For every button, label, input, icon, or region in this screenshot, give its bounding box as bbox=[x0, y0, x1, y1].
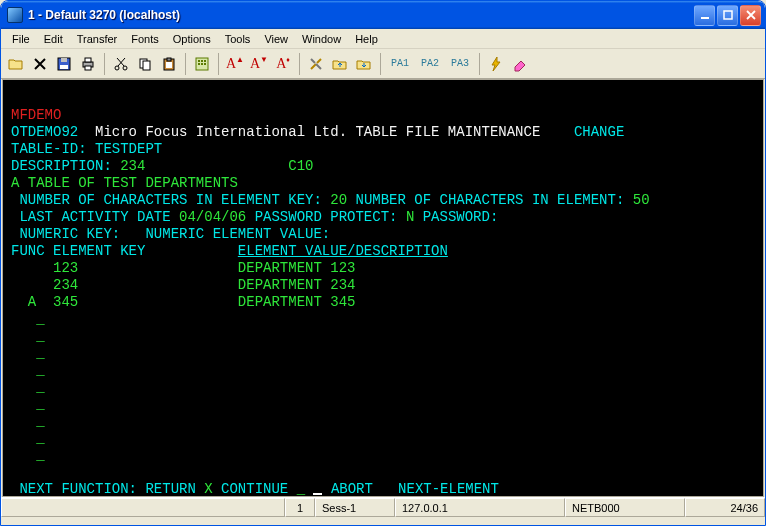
open-button[interactable] bbox=[5, 53, 27, 75]
password-label: PASSWORD: bbox=[414, 209, 498, 225]
menu-window[interactable]: Window bbox=[295, 31, 348, 47]
svg-rect-14 bbox=[166, 62, 172, 68]
empty-row: _ bbox=[11, 447, 45, 463]
svg-rect-21 bbox=[204, 63, 206, 65]
pwd-protect-label: PASSWORD PROTECT: bbox=[246, 209, 406, 225]
svg-rect-6 bbox=[85, 58, 91, 62]
clipboard-icon bbox=[161, 56, 177, 72]
menu-help[interactable]: Help bbox=[348, 31, 385, 47]
menu-options[interactable]: Options bbox=[166, 31, 218, 47]
print-button[interactable] bbox=[77, 53, 99, 75]
menu-fonts[interactable]: Fonts bbox=[124, 31, 166, 47]
keypad-button[interactable] bbox=[191, 53, 213, 75]
disconnect-button[interactable] bbox=[29, 53, 51, 75]
tools-button[interactable] bbox=[305, 53, 327, 75]
menu-tools[interactable]: Tools bbox=[218, 31, 258, 47]
maximize-button[interactable] bbox=[717, 5, 738, 26]
status-net: NETB000 bbox=[565, 498, 685, 517]
tools-icon bbox=[308, 56, 324, 72]
font-auto-button[interactable]: A♦ bbox=[272, 53, 294, 75]
menu-edit[interactable]: Edit bbox=[37, 31, 70, 47]
col-header-a: FUNC ELEMENT KEY bbox=[11, 243, 238, 259]
folder-down-icon bbox=[356, 56, 372, 72]
col-header-b: ELEMENT VALUE/DESCRIPTION bbox=[238, 243, 448, 259]
table-id-value: TESTDEPT bbox=[95, 141, 162, 157]
toolbar-separator bbox=[185, 53, 186, 75]
last-activity-value: 04/04/06 bbox=[179, 209, 246, 225]
nextfn-continue: CONTINUE bbox=[221, 481, 297, 497]
pa2-button[interactable]: PA2 bbox=[416, 55, 444, 73]
svg-rect-4 bbox=[60, 65, 68, 69]
numchars-elem-label: NUMBER OF CHARACTERS IN ELEMENT: bbox=[347, 192, 633, 208]
font-smaller-button[interactable]: A▼ bbox=[248, 53, 270, 75]
empty-row: _ bbox=[11, 328, 45, 344]
transfer-recv-button[interactable] bbox=[353, 53, 375, 75]
save-button[interactable] bbox=[53, 53, 75, 75]
numchars-key-value: 20 bbox=[330, 192, 347, 208]
numchars-elem-value: 50 bbox=[633, 192, 650, 208]
svg-rect-20 bbox=[201, 63, 203, 65]
window-title: 1 - Default 3270 (localhost) bbox=[28, 8, 694, 22]
attn-button[interactable] bbox=[485, 53, 507, 75]
svg-rect-13 bbox=[167, 58, 171, 61]
screen-title: Micro Focus International Ltd. TABLE FIL… bbox=[95, 124, 574, 140]
pa1-button[interactable]: PA1 bbox=[386, 55, 414, 73]
nextfn-return: RETURN bbox=[145, 481, 204, 497]
font-larger-button[interactable]: A▲ bbox=[224, 53, 246, 75]
row3-key: A 345 bbox=[11, 294, 238, 310]
menu-bar: File Edit Transfer Fonts Options Tools V… bbox=[1, 29, 765, 49]
nextfn-underscore: _ bbox=[297, 481, 314, 497]
toolbar-separator bbox=[479, 53, 480, 75]
terminal-screen[interactable]: MFDEMO OTDEMO92 Micro Focus Internationa… bbox=[2, 79, 764, 497]
svg-rect-7 bbox=[85, 66, 91, 70]
maximize-icon bbox=[723, 10, 733, 20]
paste-button[interactable] bbox=[158, 53, 180, 75]
transfer-send-button[interactable] bbox=[329, 53, 351, 75]
svg-point-9 bbox=[123, 66, 127, 70]
status-message bbox=[1, 498, 285, 517]
keypad-icon bbox=[194, 56, 210, 72]
row1-key: 123 bbox=[11, 260, 238, 276]
empty-row: _ bbox=[11, 413, 45, 429]
empty-row: _ bbox=[11, 379, 45, 395]
clear-button[interactable] bbox=[509, 53, 531, 75]
cut-button[interactable] bbox=[110, 53, 132, 75]
copy-button[interactable] bbox=[134, 53, 156, 75]
toolbar-separator bbox=[104, 53, 105, 75]
close-button[interactable] bbox=[740, 5, 761, 26]
pa3-button[interactable]: PA3 bbox=[446, 55, 474, 73]
svg-rect-0 bbox=[701, 17, 709, 19]
scissors-icon bbox=[113, 56, 129, 72]
table-id-label: TABLE-ID: bbox=[11, 141, 95, 157]
svg-rect-18 bbox=[204, 60, 206, 62]
menu-transfer[interactable]: Transfer bbox=[70, 31, 125, 47]
eraser-icon bbox=[512, 56, 528, 72]
svg-rect-16 bbox=[198, 60, 200, 62]
minimize-button[interactable] bbox=[694, 5, 715, 26]
description-label: DESCRIPTION: bbox=[11, 158, 120, 174]
empty-row: _ bbox=[11, 345, 45, 361]
empty-row: _ bbox=[11, 396, 45, 412]
table-desc-text: A TABLE OF TEST DEPARTMENTS bbox=[11, 175, 238, 191]
window-controls bbox=[694, 5, 761, 26]
screen-id: OTDEMO92 bbox=[11, 124, 95, 140]
empty-row: _ bbox=[11, 430, 45, 446]
row2-val: DEPARTMENT 234 bbox=[238, 277, 356, 293]
font-a-minus-icon: A▼ bbox=[250, 55, 268, 72]
svg-rect-11 bbox=[143, 61, 150, 70]
status-cursor-pos: 24/36 bbox=[685, 498, 765, 517]
empty-row: _ bbox=[11, 362, 45, 378]
svg-rect-3 bbox=[61, 58, 67, 62]
nextfn-abort: ABORT bbox=[322, 481, 398, 497]
row3-val: DEPARTMENT 345 bbox=[238, 294, 356, 310]
menu-file[interactable]: File bbox=[5, 31, 37, 47]
status-sess-num: 1 bbox=[285, 498, 315, 517]
svg-rect-17 bbox=[201, 60, 203, 62]
nextfn-x: X bbox=[204, 481, 221, 497]
svg-rect-1 bbox=[724, 11, 732, 19]
last-activity-label: LAST ACTIVITY DATE bbox=[11, 209, 179, 225]
printer-icon bbox=[80, 56, 96, 72]
font-a-auto-icon: A♦ bbox=[276, 56, 290, 72]
menu-view[interactable]: View bbox=[257, 31, 295, 47]
window-titlebar: 1 - Default 3270 (localhost) bbox=[1, 1, 765, 29]
